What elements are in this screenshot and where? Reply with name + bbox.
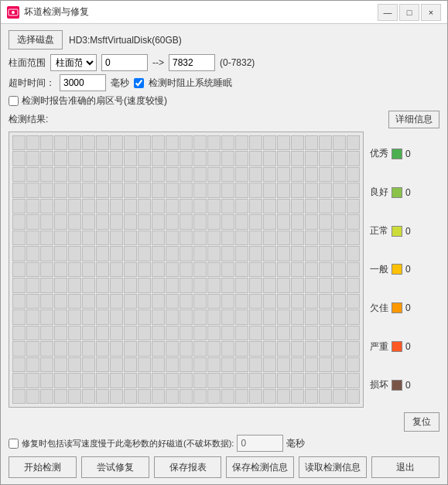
grid-cell [193, 183, 207, 197]
grid-cell [277, 262, 290, 277]
grid-cell [263, 214, 276, 229]
grid-cell [82, 326, 95, 340]
detail-button[interactable]: 详细信息 [388, 111, 439, 128]
grid-cell [235, 151, 248, 166]
grid-cell [96, 326, 109, 340]
grid-cell [235, 183, 248, 197]
timeout-input[interactable] [60, 74, 106, 91]
svg-point-1 [12, 11, 15, 14]
minimize-button[interactable]: — [378, 4, 398, 21]
select-disk-button[interactable]: 选择磁盘 [9, 30, 63, 50]
grid-cell [138, 294, 151, 309]
grid-cell [347, 373, 360, 388]
grid-cell [40, 151, 53, 166]
grid-cell [166, 246, 179, 261]
grid-cell [221, 389, 234, 404]
grid-cell [291, 373, 304, 388]
grid-cell [54, 183, 67, 197]
grid-cell [333, 183, 346, 197]
grid-cell [333, 373, 346, 388]
grid-cell [305, 341, 318, 356]
grid-cell [291, 135, 304, 150]
grid-cell [291, 151, 304, 166]
读取检测信息-button[interactable]: 读取检测信息 [299, 456, 367, 478]
cylinder-end-input[interactable] [169, 54, 215, 71]
cylinder-type-select[interactable]: 柱面范围 [50, 54, 97, 71]
grid-cell [26, 167, 39, 182]
grid-cell [319, 357, 332, 372]
timeout-unit: 毫秒 [111, 77, 129, 90]
grid-cell [54, 373, 67, 388]
grid-cell [319, 373, 332, 388]
grid-cell [54, 326, 67, 340]
grid-cell [277, 278, 290, 292]
result-section: 检测结果: 详细信息 优秀0良好0正常0一般0欠佳0严重0损坏0 [9, 111, 439, 408]
grid-cell [291, 246, 304, 261]
退出-button[interactable]: 退出 [371, 456, 439, 478]
grid-cell [305, 135, 318, 150]
grid-cell [12, 357, 26, 372]
grid-cell [138, 262, 151, 277]
grid-cell [319, 278, 332, 292]
grid-cell [26, 309, 39, 324]
grid-cell [152, 326, 165, 340]
grid-cell [235, 246, 248, 261]
grid-cell [221, 357, 234, 372]
prevent-sleep-checkbox[interactable] [134, 78, 144, 88]
grid-cell [319, 214, 332, 229]
grid-cell [347, 231, 360, 245]
grid-cell [193, 214, 207, 229]
repair-ms-input[interactable] [237, 435, 283, 452]
grid-cell [207, 326, 221, 340]
repair-slow-checkbox[interactable] [9, 439, 19, 449]
grid-cell [333, 246, 346, 261]
legend-color-box [392, 302, 402, 313]
legend-count: 0 [405, 264, 411, 275]
grid-cell [207, 389, 221, 404]
cylinder-range-row: 柱面范围 柱面范围 --> (0-7832) [9, 54, 439, 71]
grid-cell [26, 151, 39, 166]
svg-rect-2 [10, 11, 12, 12]
保存报表-button[interactable]: 保存报表 [154, 456, 222, 478]
grid-cell [82, 135, 95, 150]
grid-cell [249, 278, 262, 292]
grid-cell [152, 167, 165, 182]
grid-cell [333, 294, 346, 309]
grid-cell [221, 262, 234, 277]
grid-cell [347, 262, 360, 277]
grid-cell [221, 167, 234, 182]
grid-cell [110, 326, 123, 340]
grid-cell [110, 151, 123, 166]
grid-cell [124, 389, 137, 404]
grid-cell [152, 214, 165, 229]
cylinder-start-input[interactable] [101, 54, 148, 71]
grid-cell [277, 167, 290, 182]
grid-cell [249, 294, 262, 309]
grid-cell [319, 231, 332, 245]
grid-cell [12, 341, 26, 356]
grid-cell [40, 389, 53, 404]
accurate-sector-checkbox[interactable] [9, 96, 19, 106]
grid-cell [333, 231, 346, 245]
grid-cell [26, 199, 39, 213]
开始检测-button[interactable]: 开始检测 [9, 456, 77, 478]
grid-cell [138, 309, 151, 324]
reset-button[interactable]: 复位 [404, 412, 439, 432]
grid-cell [82, 309, 95, 324]
grid-cell [249, 231, 262, 245]
grid-cell [347, 357, 360, 372]
close-button[interactable]: × [421, 4, 441, 21]
grid-cell [291, 167, 304, 182]
grid-cell [319, 294, 332, 309]
grid-cell [96, 199, 109, 213]
grid-cell [166, 135, 179, 150]
maximize-button[interactable]: □ [399, 4, 419, 21]
grid-cell [40, 167, 53, 182]
grid-cell [193, 278, 207, 292]
legend-count: 0 [405, 226, 411, 237]
grid-cell [207, 231, 221, 245]
grid-cell [305, 199, 318, 213]
grid-cell [347, 151, 360, 166]
尝试修复-button[interactable]: 尝试修复 [81, 456, 149, 478]
保存检测信息-button[interactable]: 保存检测信息 [226, 456, 294, 478]
